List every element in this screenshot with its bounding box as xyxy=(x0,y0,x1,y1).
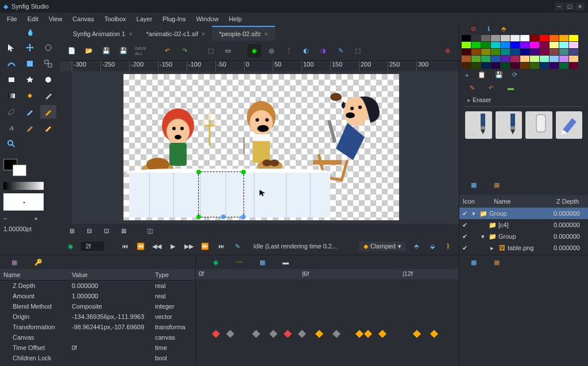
close-tab-icon[interactable]: × xyxy=(129,30,132,37)
keyframe[interactable] xyxy=(413,330,421,338)
brtab1-icon[interactable]: ▦ xyxy=(471,259,477,266)
palette-color[interactable] xyxy=(530,56,539,62)
prev-key-icon[interactable]: ⏪ xyxy=(135,240,146,252)
palette-color[interactable] xyxy=(569,42,578,48)
document-tab[interactable]: Synfig Animation 1× xyxy=(66,26,140,41)
move-tool[interactable] xyxy=(22,41,38,54)
brush-tool[interactable] xyxy=(40,105,56,119)
redo-icon[interactable]: ↷ xyxy=(177,44,191,58)
param-row[interactable]: Amount1.000000real xyxy=(0,291,195,301)
undo-icon[interactable]: ↶ xyxy=(160,44,174,58)
saveas-icon[interactable]: 💾 xyxy=(117,44,130,58)
anim-mode-icon[interactable]: 🚶 xyxy=(443,240,454,252)
palette-color[interactable] xyxy=(471,35,481,41)
palette-color[interactable] xyxy=(550,49,559,55)
new-icon[interactable]: 📄 xyxy=(65,44,79,58)
palette-color[interactable] xyxy=(481,35,490,41)
close-tab-icon[interactable]: × xyxy=(264,30,268,37)
snap2-icon[interactable]: ⊟ xyxy=(82,224,96,237)
keyframe[interactable] xyxy=(378,330,386,338)
palette-color[interactable] xyxy=(510,35,520,41)
onion7-icon[interactable]: ⬚ xyxy=(351,44,365,58)
keyframe[interactable] xyxy=(284,330,292,338)
onion4-icon[interactable]: ◐ xyxy=(299,44,313,58)
palette-color[interactable] xyxy=(540,35,549,41)
palette-color[interactable] xyxy=(462,35,471,41)
ttab3-icon[interactable]: ▦ xyxy=(260,259,265,266)
ptab2-icon[interactable]: 🔑 xyxy=(34,259,42,266)
param-row[interactable]: Blend MethodCompositeinteger xyxy=(0,301,195,312)
palette-color[interactable] xyxy=(501,63,510,69)
mask-tool[interactable] xyxy=(22,57,38,71)
palette-color[interactable] xyxy=(520,49,529,55)
palette-color[interactable] xyxy=(530,42,539,48)
palette-color[interactable] xyxy=(520,63,529,69)
palette-color[interactable] xyxy=(491,56,500,62)
palette-color[interactable] xyxy=(569,49,578,55)
snap3-icon[interactable]: ⊡ xyxy=(99,224,113,237)
palette-color[interactable] xyxy=(520,35,529,41)
palette-color[interactable] xyxy=(481,56,490,62)
menu-edit[interactable]: Edit xyxy=(23,14,43,24)
param-row[interactable]: Transformation-98.962441px,-107.69609tra… xyxy=(0,322,195,332)
palette-color[interactable] xyxy=(491,42,500,48)
palette-color[interactable] xyxy=(540,56,549,62)
preview-icon[interactable]: ▭ xyxy=(221,44,235,58)
palette-color[interactable] xyxy=(559,42,568,48)
menu-layer[interactable]: Layer xyxy=(132,14,157,24)
layer-row[interactable]: ✔📁[c4]0.000000 xyxy=(459,219,588,231)
rect-tool[interactable] xyxy=(3,73,20,87)
eyedrop-tool[interactable] xyxy=(40,89,56,103)
palette-color[interactable] xyxy=(540,49,549,55)
pal-add-icon[interactable]: + xyxy=(465,72,469,79)
close-tab-icon[interactable]: × xyxy=(202,30,205,37)
pal-paste-icon[interactable]: 📋 xyxy=(478,71,486,79)
palette-color[interactable] xyxy=(491,63,500,69)
palette-color[interactable] xyxy=(559,56,568,62)
keyframe[interactable] xyxy=(355,330,363,338)
kf1-icon[interactable]: ⬘ xyxy=(411,240,422,252)
gradient-swatch[interactable] xyxy=(3,182,44,190)
menu-file[interactable]: File xyxy=(2,14,22,24)
menu-help[interactable]: Help xyxy=(225,14,247,24)
palette-color[interactable] xyxy=(462,63,471,69)
smooth-tool[interactable] xyxy=(3,57,20,71)
open-icon[interactable]: 📂 xyxy=(82,44,96,58)
palette-color[interactable] xyxy=(481,42,490,48)
menu-window[interactable]: Window xyxy=(191,14,223,24)
brush-preset[interactable]: 0.8 xyxy=(496,111,523,139)
param-row[interactable]: Children Lockbool xyxy=(0,353,195,363)
brush-preset[interactable] xyxy=(525,111,552,139)
palette-color[interactable] xyxy=(540,63,549,69)
palette-color[interactable] xyxy=(510,56,520,62)
param-row[interactable]: Origin-134.369356px,-111.9963vector xyxy=(0,312,195,322)
document-tab[interactable]: *people-02.sifz× xyxy=(212,26,274,41)
keyframe[interactable] xyxy=(269,330,277,338)
keyframe[interactable] xyxy=(315,330,323,338)
gradient-tool[interactable] xyxy=(3,89,20,103)
palette-color[interactable] xyxy=(481,63,490,69)
param-row[interactable]: Time Offset0ftime xyxy=(0,342,195,353)
ttab1-icon[interactable]: ◉ xyxy=(213,259,219,266)
palette-color[interactable] xyxy=(491,49,500,55)
pal-refresh-icon[interactable]: ⟳ xyxy=(512,71,517,79)
palette-color[interactable] xyxy=(550,35,559,41)
frame-field[interactable]: 2f xyxy=(81,242,104,251)
palette-color[interactable] xyxy=(471,49,481,55)
next-frame-icon[interactable]: ▶▶ xyxy=(183,240,195,252)
onion3-icon[interactable]: ⋮ xyxy=(282,44,296,58)
palette-color[interactable] xyxy=(520,56,529,62)
ttab4-icon[interactable]: ▬ xyxy=(283,259,289,266)
interpolation-dropdown[interactable]: ◆Clamped▾ xyxy=(359,242,406,251)
bg-color-swatch[interactable] xyxy=(13,165,26,176)
brtab2-icon[interactable]: ▦ xyxy=(494,259,500,266)
palette-color[interactable] xyxy=(559,63,568,69)
palette-color[interactable] xyxy=(550,42,559,48)
palette-color[interactable] xyxy=(501,56,510,62)
palette-color[interactable] xyxy=(530,35,539,41)
saveall-icon[interactable]: SAVEALL xyxy=(134,44,148,58)
onion6-icon[interactable]: ✎ xyxy=(334,44,347,58)
param-row[interactable]: Canvascanvas xyxy=(0,332,195,342)
param-row[interactable]: Z Depth0.000000real xyxy=(0,281,195,291)
keyframe[interactable] xyxy=(364,330,372,338)
